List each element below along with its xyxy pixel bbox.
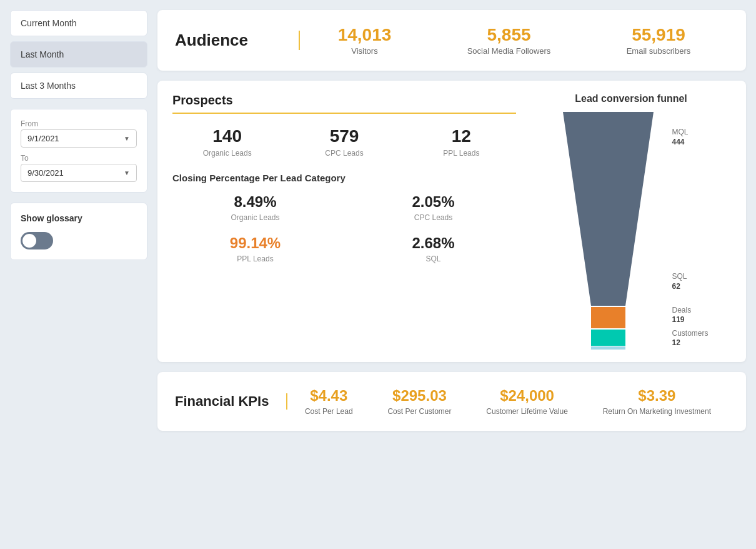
organic-leads-label: Organic Leads <box>172 149 282 158</box>
ppl-leads-label: PPL Leads <box>407 149 516 158</box>
email-value: 55,919 <box>627 25 691 45</box>
ppl-leads-value: 12 <box>407 126 516 146</box>
prospects-left: Prospects 140 Organic Leads 579 CPC Lead… <box>172 93 531 350</box>
closing-organic-label: Organic Leads <box>172 213 338 222</box>
organic-leads: 140 Organic Leads <box>172 126 282 158</box>
glossary-section: Show glossary <box>10 203 147 260</box>
date-range-section: From 9/1/2021 ▼ To 9/30/2021 ▼ <box>10 109 147 193</box>
prospects-title: Prospects <box>172 93 516 114</box>
svg-rect-3 <box>591 346 625 350</box>
cost-per-customer-label: Cost Per Customer <box>387 407 451 416</box>
closing-title: Closing Percentage Per Lead Category <box>172 173 516 183</box>
btn-last-month[interactable]: Last Month <box>10 41 147 68</box>
from-date-value: 9/1/2021 <box>27 134 59 143</box>
organic-leads-value: 140 <box>172 126 282 146</box>
funnel-svg <box>554 112 663 350</box>
fin-cost-per-customer: $295.03 Cost Per Customer <box>387 387 451 416</box>
glossary-label: Show glossary <box>21 213 137 223</box>
cost-per-lead-value: $4.43 <box>305 387 353 405</box>
legend-sql: SQL 62 <box>672 272 708 291</box>
main-content: Audience 14,013 Visitors 5,855 Social Me… <box>157 10 746 539</box>
to-label: To <box>21 154 137 163</box>
lifetime-value-value: $24,000 <box>486 387 568 405</box>
closing-cpc: 2.05% CPC Leads <box>351 193 516 222</box>
prospects-card: Prospects 140 Organic Leads 579 CPC Lead… <box>157 81 746 362</box>
closing-ppl-value: 99.14% <box>172 234 338 252</box>
closing-organic-value: 8.49% <box>172 193 338 211</box>
audience-title: Audience <box>175 31 300 50</box>
visitors-value: 14,013 <box>338 25 392 45</box>
fin-cost-per-lead: $4.43 Cost Per Lead <box>305 387 353 416</box>
ppl-leads: 12 PPL Leads <box>407 126 516 158</box>
legend-deals: Deals 119 <box>672 306 708 325</box>
leads-grid: 140 Organic Leads 579 CPC Leads 12 PPL L… <box>172 126 516 158</box>
funnel-legend: MQL 444 SQL 62 Deals 119 Customers <box>672 128 708 350</box>
fin-lifetime-value: $24,000 Customer Lifetime Value <box>486 387 568 416</box>
legend-mql: MQL 444 <box>672 128 708 147</box>
svg-marker-0 <box>563 112 654 306</box>
closing-sql: 2.68% SQL <box>351 234 516 263</box>
svg-rect-1 <box>591 307 625 328</box>
closing-ppl: 99.14% PPL Leads <box>172 234 338 263</box>
funnel-container: MQL 444 SQL 62 Deals 119 Customers <box>554 112 708 350</box>
to-date-value: 9/30/2021 <box>27 168 64 178</box>
funnel-section: Lead conversion funnel MQL <box>531 93 731 350</box>
svg-rect-2 <box>591 330 625 346</box>
sidebar: Current Month Last Month Last 3 Months F… <box>10 10 147 539</box>
to-arrow-icon: ▼ <box>124 169 130 176</box>
from-arrow-icon: ▼ <box>124 135 130 142</box>
social-value: 5,855 <box>467 25 551 45</box>
cpc-leads-value: 579 <box>289 126 399 146</box>
from-label: From <box>21 119 137 128</box>
audience-card: Audience 14,013 Visitors 5,855 Social Me… <box>157 10 746 71</box>
closing-cpc-label: CPC Leads <box>351 213 516 222</box>
financial-card: Financial KPIs $4.43 Cost Per Lead $295.… <box>157 372 746 431</box>
toggle-thumb <box>22 234 36 248</box>
romi-value: $3.39 <box>603 387 711 405</box>
from-date-select[interactable]: 9/1/2021 ▼ <box>21 129 137 148</box>
closing-organic: 8.49% Organic Leads <box>172 193 338 222</box>
stat-email: 55,919 Email subscribers <box>627 25 691 56</box>
cpc-leads-label: CPC Leads <box>289 149 399 158</box>
fin-romi: $3.39 Return On Marketing Investment <box>603 387 711 416</box>
closing-sql-label: SQL <box>351 254 516 263</box>
closing-cpc-value: 2.05% <box>351 193 516 211</box>
closing-sql-value: 2.68% <box>351 234 516 252</box>
btn-last-3-months[interactable]: Last 3 Months <box>10 73 147 99</box>
romi-label: Return On Marketing Investment <box>603 407 711 416</box>
glossary-toggle[interactable] <box>21 232 53 249</box>
email-label: Email subscribers <box>627 46 691 56</box>
stat-visitors: 14,013 Visitors <box>338 25 392 56</box>
cost-per-customer-value: $295.03 <box>387 387 451 405</box>
lifetime-value-label: Customer Lifetime Value <box>486 407 568 416</box>
closing-ppl-label: PPL Leads <box>172 254 338 263</box>
financial-stats: $4.43 Cost Per Lead $295.03 Cost Per Cus… <box>287 387 729 416</box>
to-date-select[interactable]: 9/30/2021 ▼ <box>21 164 137 182</box>
cost-per-lead-label: Cost Per Lead <box>305 407 353 416</box>
social-label: Social Media Followers <box>467 46 551 56</box>
stat-social: 5,855 Social Media Followers <box>467 25 551 56</box>
btn-current-month[interactable]: Current Month <box>10 10 147 36</box>
audience-stats: 14,013 Visitors 5,855 Social Media Follo… <box>300 25 729 56</box>
closing-grid: 8.49% Organic Leads 2.05% CPC Leads 99.1… <box>172 193 516 263</box>
visitors-label: Visitors <box>338 46 392 56</box>
legend-customers: Customers 12 <box>672 329 708 348</box>
cpc-leads: 579 CPC Leads <box>289 126 399 158</box>
funnel-title: Lead conversion funnel <box>575 93 687 104</box>
financial-title: Financial KPIs <box>175 393 287 410</box>
